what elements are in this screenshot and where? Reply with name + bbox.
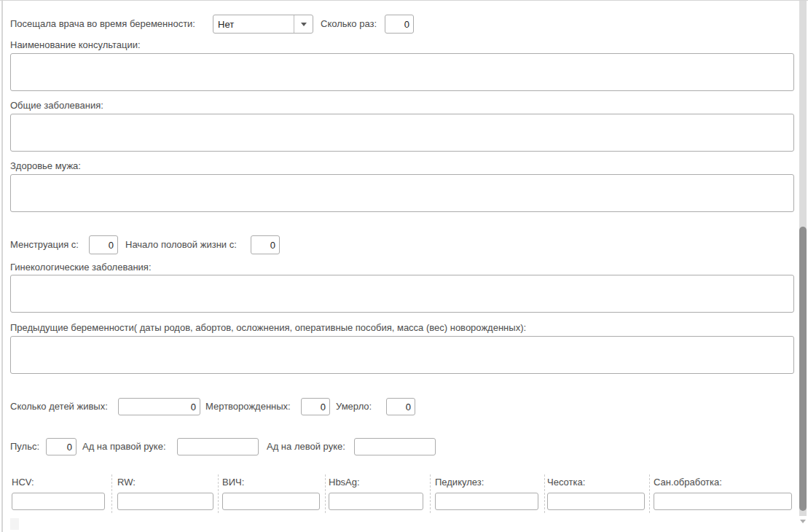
bp-left-input[interactable] bbox=[354, 438, 436, 455]
test-hbsag-label: HbsAg: bbox=[329, 477, 360, 488]
test-pediculosis-label: Педикулез: bbox=[435, 477, 484, 488]
husband-health-textarea[interactable] bbox=[10, 174, 794, 212]
visits-combobox-dropdown-button[interactable] bbox=[294, 15, 313, 33]
children-died-input[interactable] bbox=[386, 398, 415, 415]
chevron-down-icon bbox=[301, 23, 307, 26]
gynecological-label: Гинекологические заболевания: bbox=[10, 262, 152, 273]
visit-count-input[interactable] bbox=[385, 15, 414, 34]
test-pediculosis-input[interactable] bbox=[435, 493, 538, 510]
test-scabies-label: Чесотка: bbox=[547, 477, 585, 488]
sexual-life-input[interactable] bbox=[251, 235, 280, 254]
tests-separator bbox=[218, 474, 219, 513]
tests-separator bbox=[430, 474, 431, 513]
pulse-input[interactable] bbox=[46, 438, 77, 455]
consultation-textarea[interactable] bbox=[10, 53, 794, 91]
test-sanitation-input[interactable] bbox=[654, 493, 792, 510]
test-sanitation-label: Сан.обработка: bbox=[654, 477, 722, 488]
vertical-scrollbar-thumb[interactable] bbox=[799, 227, 807, 511]
corner-block bbox=[10, 518, 19, 530]
test-hiv-label: ВИЧ: bbox=[222, 477, 244, 488]
children-died-label: Умерло: bbox=[336, 398, 372, 415]
visits-combobox[interactable]: Нет bbox=[213, 15, 313, 34]
tests-separator bbox=[111, 474, 112, 513]
test-scabies-input[interactable] bbox=[547, 493, 645, 510]
menstruation-label: Менструация с: bbox=[10, 235, 79, 254]
general-diseases-textarea[interactable] bbox=[10, 114, 794, 152]
children-alive-label: Сколько детей живых: bbox=[10, 398, 108, 415]
husband-health-label: Здоровье мужа: bbox=[10, 160, 81, 171]
sexual-life-label: Начало половой жизни с: bbox=[125, 235, 237, 254]
visits-label: Посещала врача во время беременности: bbox=[10, 15, 195, 34]
tests-separator bbox=[325, 474, 326, 513]
patient-pregnancy-form: Посещала врача во время беременности: Не… bbox=[0, 0, 808, 532]
general-diseases-label: Общие заболевания: bbox=[10, 100, 103, 111]
scroll-down-icon[interactable] bbox=[800, 520, 806, 523]
panel-left-border bbox=[1, 1, 3, 532]
bp-left-label: Ад на левой руке: bbox=[267, 438, 345, 455]
gynecological-textarea[interactable] bbox=[10, 275, 794, 313]
test-hiv-input[interactable] bbox=[222, 493, 320, 510]
menstruation-input[interactable] bbox=[89, 235, 118, 254]
visit-count-label: Сколько раз: bbox=[321, 15, 377, 34]
bp-right-input[interactable] bbox=[177, 438, 259, 455]
bp-right-label: Ад на правой руке: bbox=[82, 438, 166, 455]
children-stillborn-input[interactable] bbox=[301, 398, 330, 415]
pulse-label: Пульс: bbox=[10, 438, 39, 455]
test-rw-label: RW: bbox=[117, 477, 136, 488]
previous-pregnancies-textarea[interactable] bbox=[10, 336, 794, 374]
children-stillborn-label: Мертворожденных: bbox=[205, 398, 291, 415]
test-hbsag-input[interactable] bbox=[329, 493, 423, 510]
tests-separator bbox=[649, 474, 650, 513]
consultation-label: Наименование консультации: bbox=[10, 39, 141, 50]
test-hcv-label: HCV: bbox=[12, 477, 34, 488]
test-hcv-input[interactable] bbox=[12, 493, 105, 510]
children-alive-input[interactable] bbox=[118, 398, 200, 415]
visits-combobox-value[interactable]: Нет bbox=[213, 15, 294, 33]
tests-separator bbox=[544, 474, 545, 513]
previous-pregnancies-label: Предыдущие беременности( даты родов, або… bbox=[10, 322, 526, 333]
test-rw-input[interactable] bbox=[117, 493, 213, 510]
